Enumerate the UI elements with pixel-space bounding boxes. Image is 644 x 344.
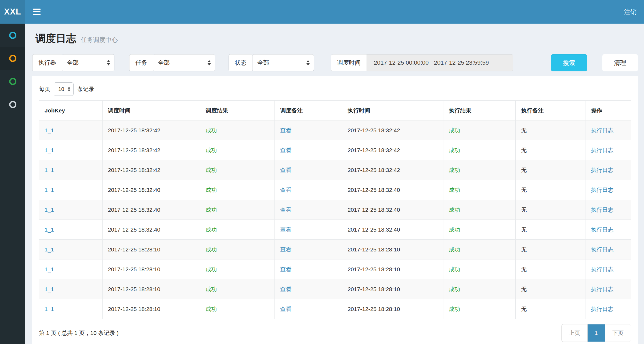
table-row: 1_1 2017-12-25 18:28:10 成功 查看 2017-12-25… <box>39 299 631 319</box>
table-footer: 第 1 页 ( 总共 1 页，10 条记录 ) 上页 1 下页 <box>39 324 631 342</box>
handle-time-text: 2017-12-25 18:32:42 <box>348 167 400 173</box>
table-row: 1_1 2017-12-25 18:28:10 成功 查看 2017-12-25… <box>39 259 631 279</box>
page-size-select[interactable]: 10 <box>54 82 74 96</box>
handle-result-text: 成功 <box>449 246 460 252</box>
handle-msg-text: 无 <box>521 167 527 173</box>
trigger-msg-link[interactable]: 查看 <box>280 147 291 153</box>
exec-log-link[interactable]: 执行日志 <box>591 266 613 272</box>
trigger-time-text: 2017-12-25 18:32:40 <box>108 187 160 193</box>
exec-log-link[interactable]: 执行日志 <box>591 286 613 292</box>
handle-time-text: 2017-12-25 18:32:40 <box>348 226 400 233</box>
handle-result-text: 成功 <box>449 226 460 233</box>
exec-log-link[interactable]: 执行日志 <box>591 306 613 312</box>
handle-time-text: 2017-12-25 18:28:10 <box>348 266 400 272</box>
handle-time-text: 2017-12-25 18:32:40 <box>348 207 400 213</box>
col-trigger-result: 调度结果 <box>200 101 275 120</box>
handle-msg-text: 无 <box>521 147 527 153</box>
hamburger-icon[interactable] <box>33 9 41 15</box>
trigger-msg-link[interactable]: 查看 <box>280 266 291 272</box>
trigger-msg-link[interactable]: 查看 <box>280 226 291 233</box>
trigger-msg-link[interactable]: 查看 <box>280 167 291 173</box>
time-filter-label: 调度时间 <box>331 54 367 71</box>
jobkey-link[interactable]: 1_1 <box>45 127 54 133</box>
select-arrows-icon <box>107 60 110 65</box>
logout-button[interactable]: 注销 <box>624 8 636 16</box>
handle-result-text: 成功 <box>449 207 460 213</box>
exec-log-link[interactable]: 执行日志 <box>591 226 613 233</box>
handle-result-text: 成功 <box>449 286 460 292</box>
executor-filter-label: 执行器 <box>32 54 62 71</box>
jobkey-link[interactable]: 1_1 <box>45 306 54 312</box>
sidebar-item-1[interactable] <box>0 24 25 47</box>
trigger-time-text: 2017-12-25 18:32:42 <box>108 127 160 133</box>
handle-result-text: 成功 <box>449 147 460 153</box>
page-title: 调度日志 <box>35 33 76 44</box>
exec-log-link[interactable]: 执行日志 <box>591 147 613 153</box>
handle-result-text: 成功 <box>449 127 460 133</box>
handle-time-text: 2017-12-25 18:28:10 <box>348 286 400 292</box>
exec-log-link[interactable]: 执行日志 <box>591 187 613 193</box>
trigger-result-text: 成功 <box>205 187 217 193</box>
sidebar-item-2-active[interactable] <box>0 47 25 70</box>
trigger-msg-link[interactable]: 查看 <box>280 286 291 292</box>
clear-button[interactable]: 清理 <box>602 54 638 71</box>
handle-msg-text: 无 <box>521 286 527 292</box>
trigger-msg-link[interactable]: 查看 <box>280 207 291 213</box>
main-content: 调度日志 任务调度中心 执行器 全部 任务 全部 状态 <box>25 24 644 344</box>
table-row: 1_1 2017-12-25 18:32:42 成功 查看 2017-12-25… <box>39 120 631 140</box>
exec-log-link[interactable]: 执行日志 <box>591 246 613 252</box>
job-filter-label: 任务 <box>129 54 153 71</box>
sidebar-item-3[interactable] <box>0 70 25 93</box>
handle-result-text: 成功 <box>449 167 460 173</box>
time-range-input[interactable]: 2017-12-25 00:00:00 - 2017-12-25 23:59:5… <box>367 54 513 71</box>
trigger-msg-link[interactable]: 查看 <box>280 187 291 193</box>
trigger-time-text: 2017-12-25 18:32:42 <box>108 167 160 173</box>
trigger-time-text: 2017-12-25 18:32:40 <box>108 207 160 213</box>
content-box: 每页 10 条记录 JobKey 调度时间 调度结果 调度备 <box>32 76 638 344</box>
handle-msg-text: 无 <box>521 306 527 312</box>
handle-msg-text: 无 <box>521 127 527 133</box>
handle-time-text: 2017-12-25 18:28:10 <box>348 246 400 252</box>
trigger-time-text: 2017-12-25 18:28:10 <box>108 286 160 292</box>
trigger-time-text: 2017-12-25 18:32:40 <box>108 226 160 233</box>
jobkey-link[interactable]: 1_1 <box>45 147 54 153</box>
sidebar <box>0 24 25 344</box>
select-arrows-icon <box>306 60 310 65</box>
log-table-body: 1_1 2017-12-25 18:32:42 成功 查看 2017-12-25… <box>39 120 631 319</box>
trigger-msg-link[interactable]: 查看 <box>280 306 291 312</box>
log-table: JobKey 调度时间 调度结果 调度备注 执行时间 执行结果 执行备注 操作 … <box>39 100 631 319</box>
exec-log-link[interactable]: 执行日志 <box>591 167 613 173</box>
jobkey-link[interactable]: 1_1 <box>45 246 54 252</box>
job-filter-group: 任务 全部 <box>129 54 215 71</box>
status-filter-select[interactable]: 全部 <box>252 54 314 71</box>
navbar-content: 注销 <box>25 0 644 24</box>
jobkey-link[interactable]: 1_1 <box>45 207 54 213</box>
page-subtitle: 任务调度中心 <box>81 36 118 43</box>
trigger-msg-link[interactable]: 查看 <box>280 127 291 133</box>
executor-filter-group: 执行器 全部 <box>32 54 114 71</box>
executor-filter-select[interactable]: 全部 <box>62 54 114 71</box>
trigger-time-text: 2017-12-25 18:28:10 <box>108 246 160 252</box>
jobkey-link[interactable]: 1_1 <box>45 187 54 193</box>
trigger-msg-link[interactable]: 查看 <box>280 246 291 252</box>
handle-msg-text: 无 <box>521 226 527 233</box>
trigger-result-text: 成功 <box>205 286 217 292</box>
trigger-time-text: 2017-12-25 18:28:10 <box>108 306 160 312</box>
sidebar-item-4[interactable] <box>0 93 25 116</box>
job-filter-select[interactable]: 全部 <box>153 54 215 71</box>
exec-log-link[interactable]: 执行日志 <box>591 207 613 213</box>
jobkey-link[interactable]: 1_1 <box>45 226 54 233</box>
handle-msg-text: 无 <box>521 266 527 272</box>
jobkey-link[interactable]: 1_1 <box>45 286 54 292</box>
jobkey-link[interactable]: 1_1 <box>45 167 54 173</box>
prev-page-button[interactable]: 上页 <box>562 324 587 342</box>
trigger-result-text: 成功 <box>205 266 217 272</box>
page-size-row: 每页 10 条记录 <box>39 82 631 96</box>
next-page-button[interactable]: 下页 <box>605 324 631 342</box>
col-handle-result: 执行结果 <box>443 101 516 120</box>
jobkey-link[interactable]: 1_1 <box>45 266 54 272</box>
exec-log-link[interactable]: 执行日志 <box>591 127 613 133</box>
current-page-button[interactable]: 1 <box>587 324 605 342</box>
search-button[interactable]: 搜索 <box>551 54 587 71</box>
page-header: 调度日志 任务调度中心 <box>32 24 638 48</box>
